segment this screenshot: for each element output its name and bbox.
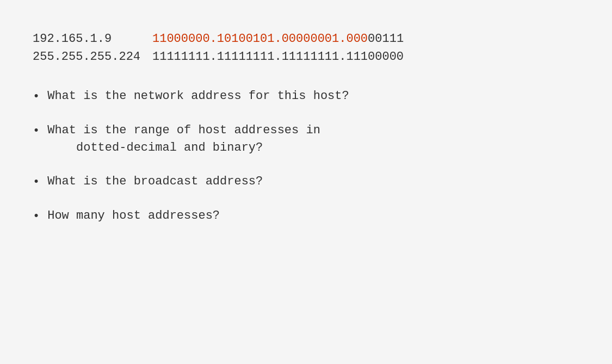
- question-item-1: • What is the network address for this h…: [33, 88, 579, 106]
- ip-decimal-1: 192.165.1.9: [33, 30, 152, 48]
- ip-table: 192.165.1.9 11000000.10100101.00000001.0…: [33, 30, 579, 66]
- ip-decimal-2: 255.255.255.224: [33, 48, 152, 66]
- question-text-3: What is the broadcast address?: [47, 173, 263, 190]
- ip-row-2: 255.255.255.224 11111111.11111111.111111…: [33, 48, 579, 66]
- question-text-2: What is the range of host addresses in d…: [47, 122, 320, 157]
- bullet-4: •: [33, 208, 40, 225]
- ip-binary-black-2: 11111111.11111111.11111111.11100000: [152, 48, 404, 66]
- bullet-1: •: [33, 88, 40, 106]
- ip-binary-black-1: 00111: [368, 30, 404, 48]
- question-text-4: How many host addresses?: [47, 207, 220, 225]
- main-content: 192.165.1.9 11000000.10100101.00000001.0…: [33, 30, 579, 241]
- ip-row-1: 192.165.1.9 11000000.10100101.00000001.0…: [33, 30, 579, 48]
- bullet-2: •: [33, 122, 40, 140]
- question-item-4: • How many host addresses?: [33, 207, 579, 225]
- bullet-3: •: [33, 174, 40, 191]
- question-item-3: • What is the broadcast address?: [33, 173, 579, 191]
- question-text-1: What is the network address for this hos…: [47, 88, 349, 105]
- ip-binary-red-1: 11000000.10100101.00000001.000: [152, 30, 368, 48]
- questions-list: • What is the network address for this h…: [33, 88, 579, 225]
- question-item-2: • What is the range of host addresses in…: [33, 122, 579, 157]
